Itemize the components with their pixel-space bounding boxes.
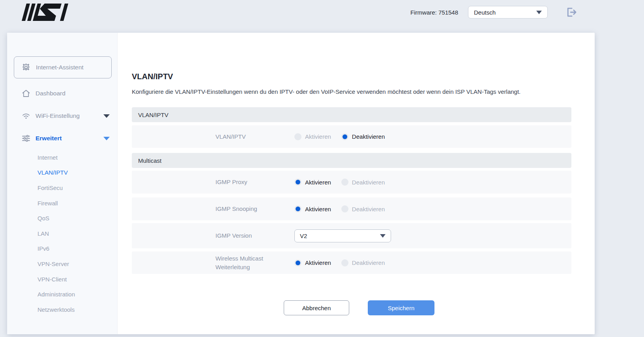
sidebar-item-label: Erweitert [36, 135, 62, 142]
sidebar-subitem-netzwerktools[interactable]: Netzwerktools [7, 302, 118, 317]
row-igmp-snooping: IGMP Snooping Aktivieren Deaktivieren [132, 197, 571, 220]
radio-deaktivieren[interactable]: Deaktivieren [341, 179, 385, 186]
sidebar-item-internet-assistent[interactable]: Internet-Assistent [14, 56, 112, 78]
gear-icon [21, 63, 31, 72]
sidebar-subitem-firewall[interactable]: Firewall [7, 195, 118, 211]
sidebar-subitem-administration[interactable]: Administration [7, 287, 118, 302]
select-wrap: V2 [294, 229, 391, 242]
sidebar-subitem-ipv6[interactable]: IPv6 [7, 241, 118, 257]
language-select[interactable]: Deutsch [468, 6, 548, 19]
sidebar-subitem-lan[interactable]: LAN [7, 226, 118, 241]
sliders-icon [21, 134, 31, 143]
msi-logo [22, 4, 70, 21]
chevron-down-icon [103, 137, 110, 140]
top-header: Firmware: 751548 Deutsch [0, 0, 644, 24]
radio-deaktivieren[interactable]: Deaktivieren [341, 133, 385, 140]
radio-aktivieren[interactable]: Aktivieren [294, 133, 331, 140]
radio-aktivieren[interactable]: Aktivieren [294, 259, 331, 266]
radio-icon [294, 205, 301, 212]
row-igmp-version: IGMP Version V2 [132, 223, 571, 248]
radio-deaktivieren[interactable]: Deaktivieren [341, 205, 385, 212]
router-admin-page: Firmware: 751548 Deutsch [0, 0, 644, 337]
radio-group: Aktivieren Deaktivieren [294, 259, 385, 266]
chevron-down-icon [380, 234, 386, 238]
firmware-label: Firmware: 751548 [410, 9, 458, 16]
radio-icon [294, 259, 301, 266]
radio-icon [294, 179, 301, 186]
sidebar-subitem-fortisecu[interactable]: FortiSecu [7, 180, 118, 195]
row-vlan-iptv: VLAN/IPTV Aktivieren Deaktivieren [132, 125, 571, 148]
radio-aktivieren[interactable]: Aktivieren [294, 205, 331, 212]
radio-icon [294, 133, 301, 140]
logout-icon[interactable] [566, 7, 577, 18]
radio-icon [341, 205, 348, 212]
save-button[interactable]: Speichern [368, 300, 434, 315]
sidebar: Internet-Assistent Dashboard [7, 33, 118, 334]
row-label: IGMP Version [215, 231, 286, 240]
igmp-version-select[interactable]: V2 [294, 229, 391, 242]
sidebar-item-label: Internet-Assistent [36, 64, 84, 71]
sidebar-item-label: WiFi-Einstellung [36, 112, 80, 119]
radio-group: Aktivieren Deaktivieren [294, 133, 385, 140]
radio-icon [341, 259, 348, 266]
row-igmp-proxy: IGMP Proxy Aktivieren Deaktivieren [132, 171, 571, 194]
row-label: IGMP Snooping [215, 205, 286, 213]
radio-aktivieren[interactable]: Aktivieren [294, 179, 331, 186]
sidebar-subitem-vpn-server[interactable]: VPN-Server [7, 256, 118, 272]
cancel-button[interactable]: Abbrechen [284, 300, 349, 315]
sidebar-subitem-vlan-iptv[interactable]: VLAN/IPTV [7, 165, 118, 181]
radio-group: Aktivieren Deaktivieren [294, 179, 385, 186]
radio-icon [341, 179, 348, 186]
radio-deaktivieren[interactable]: Deaktivieren [341, 259, 385, 266]
chevron-down-icon [536, 11, 542, 14]
sidebar-item-wifi-einstellung[interactable]: WiFi-Einstellung [7, 110, 118, 122]
row-label: Wireless Multicast Weiterleitung [215, 254, 286, 272]
radio-icon [341, 133, 348, 140]
language-selected-value: Deutsch [474, 9, 496, 16]
chevron-down-icon [103, 114, 110, 118]
row-label: VLAN/IPTV [215, 132, 286, 141]
sidebar-subitem-qos[interactable]: QoS [7, 210, 118, 226]
sidebar-item-label: Dashboard [36, 90, 66, 97]
section-header-multicast: Multicast [132, 153, 571, 168]
sidebar-item-dashboard[interactable]: Dashboard [7, 88, 118, 99]
sidebar-submenu: Internet VLAN/IPTV FortiSecu Firewall Qo… [7, 150, 118, 317]
row-wireless-multicast: Wireless Multicast Weiterleitung Aktivie… [132, 251, 571, 274]
radio-group: Aktivieren Deaktivieren [294, 205, 385, 212]
section-header-vlan-iptv: VLAN/IPTV [132, 107, 571, 122]
row-label: IGMP Proxy [215, 178, 286, 186]
wifi-icon [21, 111, 31, 121]
main-card: Internet-Assistent Dashboard [7, 33, 595, 334]
igmp-version-value: V2 [300, 233, 307, 239]
content-panel: VLAN/IPTV Konfiguriere die VLAN/IPTV-Ein… [125, 33, 564, 334]
button-row: Abbrechen Speichern [125, 300, 564, 315]
page-description: Konfiguriere die VLAN/IPTV-Einstellungen… [132, 88, 520, 95]
header-right-cluster: Firmware: 751548 Deutsch [410, 0, 577, 24]
sidebar-subitem-vpn-client[interactable]: VPN-Client [7, 272, 118, 287]
sidebar-item-erweitert[interactable]: Erweitert [7, 132, 118, 144]
home-icon [21, 89, 31, 98]
page-title: VLAN/IPTV [132, 72, 173, 81]
sidebar-subitem-internet[interactable]: Internet [7, 150, 118, 165]
